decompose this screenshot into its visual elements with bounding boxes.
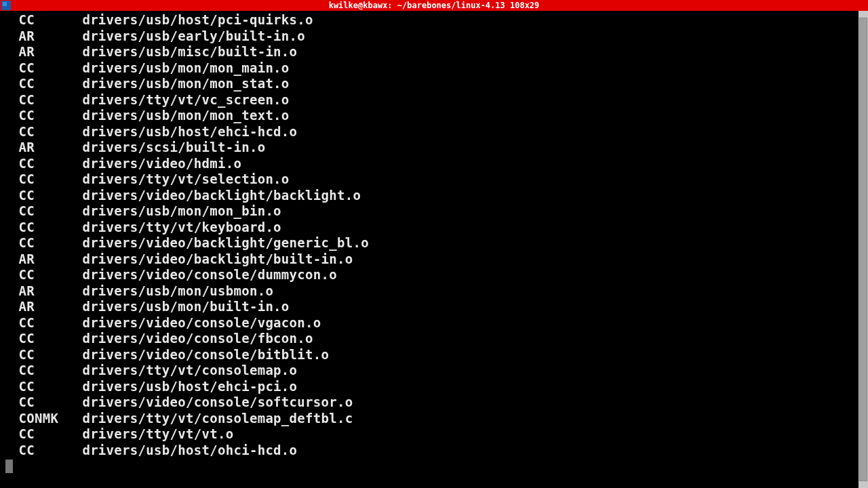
output-line: CC drivers/usb/mon/mon_main.o [3, 60, 857, 77]
output-line: AR drivers/video/backlight/built-in.o [3, 251, 857, 268]
terminal-cursor [5, 460, 13, 473]
output-line: CC drivers/usb/mon/mon_bin.o [3, 203, 857, 220]
window-titlebar[interactable]: kwilke@kbawx: ~/barebones/linux-4.13 108… [0, 0, 868, 11]
output-line: CC drivers/tty/vt/vc_screen.o [3, 92, 857, 108]
output-line: CC drivers/usb/host/pci-quirks.o [3, 12, 857, 28]
output-line: CC drivers/usb/host/ehci-pci.o [3, 379, 857, 395]
output-line: CC drivers/usb/host/ohci-hcd.o [3, 443, 857, 459]
output-line: CC drivers/video/console/dummycon.o [3, 267, 857, 283]
output-line: CC drivers/video/console/vgacon.o [3, 315, 857, 331]
output-line: CONMK drivers/tty/vt/consolemap_deftbl.c [3, 411, 857, 427]
terminal-output[interactable]: CC drivers/usb/host/pci-quirks.o AR driv… [0, 11, 857, 488]
output-line: CC drivers/tty/vt/consolemap.o [3, 363, 857, 379]
output-line: CC drivers/video/backlight/backlight.o [3, 188, 857, 204]
output-line: AR drivers/scsi/built-in.o [3, 140, 857, 156]
output-line: AR drivers/usb/early/built-in.o [3, 28, 857, 45]
cursor-line [3, 458, 857, 474]
output-line: CC drivers/tty/vt/selection.o [3, 171, 857, 188]
output-line: CC drivers/usb/host/ehci-hcd.o [3, 124, 857, 140]
window-title: kwilke@kbawx: ~/barebones/linux-4.13 108… [329, 1, 540, 10]
output-line: CC drivers/usb/mon/mon_stat.o [3, 76, 857, 92]
scrollbar[interactable] [859, 11, 868, 488]
output-line: AR drivers/usb/mon/usbmon.o [3, 283, 857, 300]
output-line: CC drivers/video/hdmi.o [3, 156, 857, 172]
output-line: CC drivers/tty/vt/keyboard.o [3, 220, 857, 236]
output-line: CC drivers/video/console/fbcon.o [3, 331, 857, 347]
output-line: AR drivers/usb/misc/built-in.o [3, 44, 857, 60]
output-line: CC drivers/tty/vt/vt.o [3, 426, 857, 443]
output-line: CC drivers/video/console/softcursor.o [3, 394, 857, 411]
output-line: CC drivers/video/console/bitblit.o [3, 347, 857, 363]
output-line: AR drivers/usb/mon/built-in.o [3, 299, 857, 315]
output-line: CC drivers/usb/mon/mon_text.o [3, 108, 857, 124]
output-line: CC drivers/video/backlight/generic_bl.o [3, 235, 857, 251]
app-icon [1, 1, 11, 10]
scrollbar-thumb[interactable] [859, 18, 867, 481]
